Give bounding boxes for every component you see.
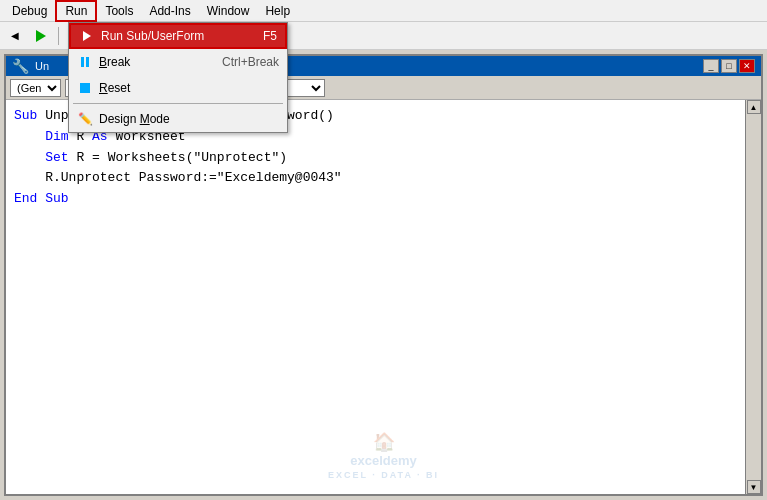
run-dropdown-menu: Run Sub/UserForm F5 Break Ctrl+Break Res…	[68, 22, 288, 133]
run-sub-label: Run Sub/UserForm	[101, 29, 257, 43]
scroll-up-btn[interactable]: ▲	[747, 100, 761, 114]
design-mode-icon: ✏️	[77, 111, 93, 127]
toolbar-play-btn[interactable]	[30, 25, 52, 47]
toolbar-back-btn[interactable]: ◀	[4, 25, 26, 47]
break-shortcut: Ctrl+Break	[222, 55, 279, 69]
menu-item-reset[interactable]: Reset	[69, 75, 287, 101]
menu-window[interactable]: Window	[199, 2, 258, 20]
scroll-down-btn[interactable]: ▼	[747, 480, 761, 494]
toolbar-sep1	[58, 27, 59, 45]
design-mode-label: Design Mode	[99, 112, 273, 126]
minimize-btn[interactable]: _	[703, 59, 719, 73]
restore-btn[interactable]: □	[721, 59, 737, 73]
ide-titlebar-buttons: _ □ ✕	[703, 59, 755, 73]
scrollbar[interactable]: ▲ ▼	[745, 100, 761, 494]
pencil-shape: ✏️	[78, 112, 93, 126]
play-icon	[36, 30, 46, 42]
menu-bar: Debug Run Tools Add-Ins Window Help	[0, 0, 767, 22]
general-select[interactable]: (Gen	[10, 79, 61, 97]
reset-label: Reset	[99, 81, 273, 95]
code-line-4: R.Unprotect Password:="Exceldemy@0043"	[14, 168, 737, 189]
menu-separator	[73, 103, 283, 104]
run-sub-shortcut: F5	[263, 29, 277, 43]
pause-bars	[81, 57, 89, 67]
pause-bar-1	[81, 57, 84, 67]
menu-item-run-sub[interactable]: Run Sub/UserForm F5	[69, 23, 287, 49]
run-sub-icon	[79, 28, 95, 44]
menu-item-design-mode[interactable]: ✏️ Design Mode	[69, 106, 287, 132]
pause-bar-2	[86, 57, 89, 67]
menu-help[interactable]: Help	[257, 2, 298, 20]
code-line-5: End Sub	[14, 189, 737, 210]
code-wrapper: Sub Unprotect_Excel_Sheet_with_Password(…	[6, 100, 761, 494]
ide-icon: 🔧	[12, 58, 29, 74]
menu-debug[interactable]: Debug	[4, 2, 55, 20]
code-editor[interactable]: Sub Unprotect_Excel_Sheet_with_Password(…	[6, 100, 745, 494]
menu-run[interactable]: Run	[55, 0, 97, 22]
reset-icon	[77, 80, 93, 96]
break-icon	[77, 54, 93, 70]
reset-square-shape	[80, 83, 90, 93]
menu-tools[interactable]: Tools	[97, 2, 141, 20]
close-btn[interactable]: ✕	[739, 59, 755, 73]
break-label: Break	[99, 55, 216, 69]
menu-item-break[interactable]: Break Ctrl+Break	[69, 49, 287, 75]
menu-addins[interactable]: Add-Ins	[141, 2, 198, 20]
ide-window-name: Un	[35, 60, 49, 72]
play-triangle-white	[83, 31, 91, 41]
code-line-3: Set R = Worksheets("Unprotect")	[14, 148, 737, 169]
